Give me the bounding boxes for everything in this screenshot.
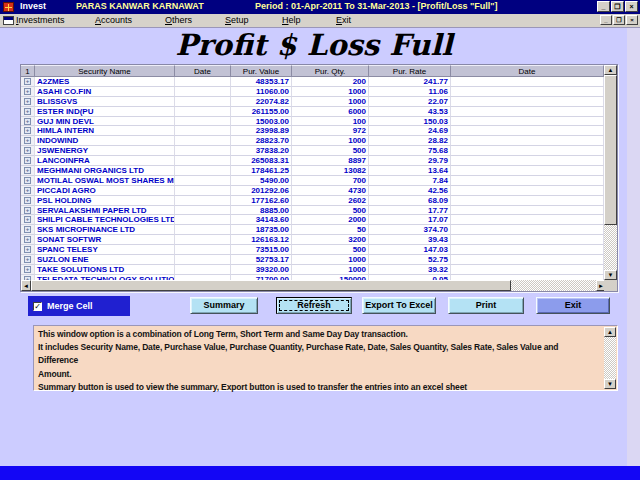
row-expander-icon[interactable]: + — [24, 236, 31, 243]
table-row[interactable]: +PICCADI AGRO201292.06473042.56 — [21, 186, 604, 196]
desc-scroll-track[interactable] — [604, 337, 616, 379]
row-selector-cell[interactable]: + — [21, 176, 35, 186]
vscroll-thumb[interactable] — [604, 75, 617, 225]
grid-vertical-scrollbar[interactable]: ▲ ▼ — [604, 65, 617, 280]
scroll-left-icon[interactable]: ◄ — [21, 280, 31, 291]
table-row[interactable]: +TAKE SOLUTIONS LTD39320.00100039.32 — [21, 265, 604, 275]
table-row[interactable]: +SUZLON ENE52753.17100052.75 — [21, 255, 604, 265]
merge-cell-option[interactable]: ✓ Merge Cell — [28, 296, 130, 316]
table-row[interactable]: +PSL HOLDING177162.60260268.09 — [21, 196, 604, 206]
table-row[interactable]: +BLISSGVS22074.82100022.07 — [21, 97, 604, 107]
refresh-button[interactable]: Refresh — [276, 297, 352, 314]
table-row[interactable]: +A2ZMES48353.17200241.77 — [21, 77, 604, 87]
hscroll-track[interactable] — [31, 280, 596, 291]
row-expander-icon[interactable]: + — [24, 78, 31, 85]
cell-empty — [451, 176, 604, 186]
row-expander-icon[interactable]: + — [24, 177, 31, 184]
table-row[interactable]: +ASAHI CO.FIN11060.00100011.06 — [21, 87, 604, 97]
menu-item-investments[interactable]: Investments — [16, 15, 65, 25]
row-selector-cell[interactable]: + — [21, 117, 35, 127]
cell-name: PICCADI AGRO — [35, 186, 175, 196]
description-scrollbar[interactable]: ▲ ▼ — [604, 327, 616, 389]
row-selector-cell[interactable]: + — [21, 156, 35, 166]
summary-button[interactable]: Summary — [190, 297, 258, 314]
scroll-up-icon[interactable]: ▲ — [604, 65, 617, 75]
child-minimize-button[interactable]: _ — [600, 15, 612, 25]
restore-button[interactable]: ❐ — [611, 1, 624, 12]
row-selector-cell[interactable]: + — [21, 166, 35, 176]
hscroll-thumb[interactable] — [31, 280, 511, 291]
scroll-down-icon[interactable]: ▼ — [604, 379, 616, 389]
row-selector-cell[interactable]: + — [21, 196, 35, 206]
row-selector-cell[interactable]: + — [21, 265, 35, 275]
table-row[interactable]: +SKS MICROFINANCE LTD18735.0050374.70 — [21, 225, 604, 235]
row-selector-cell[interactable]: + — [21, 126, 35, 136]
row-expander-icon[interactable]: + — [24, 226, 31, 233]
cell-pur_value: 73515.00 — [231, 245, 292, 255]
row-selector-cell[interactable]: + — [21, 77, 35, 87]
row-expander-icon[interactable]: + — [24, 157, 31, 164]
print-button[interactable]: Print — [448, 297, 524, 314]
row-selector-cell[interactable]: + — [21, 97, 35, 107]
vscroll-track[interactable] — [604, 75, 617, 270]
row-expander-icon[interactable]: + — [24, 108, 31, 115]
row-selector-cell[interactable]: + — [21, 215, 35, 225]
row-selector-cell[interactable]: + — [21, 225, 35, 235]
row-expander-icon[interactable]: + — [24, 216, 31, 223]
row-expander-icon[interactable]: + — [24, 88, 31, 95]
table-row[interactable]: +JSWENERGY37838.2050075.68 — [21, 146, 604, 156]
table-row[interactable]: +HIMLA INTERN23998.8997224.69 — [21, 126, 604, 136]
menu-item-exit[interactable]: Exit — [336, 15, 351, 25]
table-row[interactable]: +INDOWIND28823.70100028.82 — [21, 136, 604, 146]
merge-cell-checkbox[interactable]: ✓ — [33, 302, 42, 311]
cell-name: SHILPI CABLE TECHNOLOGIES LTD — [35, 215, 175, 225]
minimize-button[interactable]: _ — [597, 1, 610, 12]
description-text: This window option is a combination of L… — [38, 328, 598, 394]
row-expander-icon[interactable]: + — [24, 246, 31, 253]
row-expander-icon[interactable]: + — [24, 147, 31, 154]
row-selector-cell[interactable]: + — [21, 107, 35, 117]
row-expander-icon[interactable]: + — [24, 266, 31, 273]
scroll-down-icon[interactable]: ▼ — [604, 270, 617, 280]
row-selector-cell[interactable]: + — [21, 146, 35, 156]
row-selector-cell[interactable]: + — [21, 235, 35, 245]
cell-name: LANCOINFRA — [35, 156, 175, 166]
table-row[interactable]: +LANCOINFRA265083.31889729.79 — [21, 156, 604, 166]
table-row[interactable]: +ESTER IND(PU261155.00600043.53 — [21, 107, 604, 117]
table-row[interactable]: +SERVALAKSHMI PAPER LTD8885.0050017.77 — [21, 206, 604, 216]
row-expander-icon[interactable]: + — [24, 207, 31, 214]
row-expander-icon[interactable]: + — [24, 118, 31, 125]
row-selector-cell[interactable]: + — [21, 186, 35, 196]
row-expander-icon[interactable]: + — [24, 137, 31, 144]
row-selector-cell[interactable]: + — [21, 206, 35, 216]
menu-item-accounts[interactable]: Accounts — [95, 15, 132, 25]
table-row[interactable]: +SPANC TELESY73515.00500147.03 — [21, 245, 604, 255]
cell-pur_value: 23998.89 — [231, 126, 292, 136]
table-row[interactable]: +SHILPI CABLE TECHNOLOGIES LTD34143.6020… — [21, 215, 604, 225]
menu-item-help[interactable]: Help — [282, 15, 301, 25]
table-row[interactable]: +GUJ MIN DEVL15003.00100150.03 — [21, 117, 604, 127]
row-expander-icon[interactable]: + — [24, 197, 31, 204]
table-row[interactable]: +MOTILAL OSWAL MOST SHARES MIDCAP5490.00… — [21, 176, 604, 186]
row-expander-icon[interactable]: + — [24, 127, 31, 134]
row-expander-icon[interactable]: + — [24, 187, 31, 194]
scroll-up-icon[interactable]: ▲ — [604, 327, 616, 337]
row-selector-cell[interactable]: + — [21, 136, 35, 146]
close-button[interactable]: × — [625, 1, 638, 12]
table-row[interactable]: +SONAT SOFTWR126163.12320039.43 — [21, 235, 604, 245]
row-expander-icon[interactable]: + — [24, 256, 31, 263]
child-close-button[interactable]: × — [626, 15, 638, 25]
row-selector-cell[interactable]: + — [21, 245, 35, 255]
exit-button[interactable]: Exit — [536, 297, 610, 314]
table-row[interactable]: +MEGHMANI ORGANICS LTD178461.251308213.6… — [21, 166, 604, 176]
cell-empty — [175, 176, 231, 186]
menu-item-setup[interactable]: Setup — [225, 15, 249, 25]
row-expander-icon[interactable]: + — [24, 98, 31, 105]
menu-item-others[interactable]: Others — [165, 15, 192, 25]
child-restore-button[interactable]: ❐ — [613, 15, 625, 25]
row-expander-icon[interactable]: + — [24, 167, 31, 174]
row-selector-cell[interactable]: + — [21, 87, 35, 97]
export-to-excel-button[interactable]: Export To Excel — [362, 297, 436, 314]
row-selector-cell[interactable]: + — [21, 255, 35, 265]
grid-horizontal-scrollbar[interactable]: ◄ ► — [21, 280, 606, 291]
